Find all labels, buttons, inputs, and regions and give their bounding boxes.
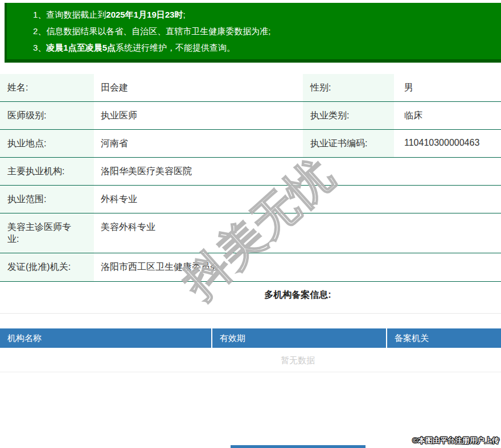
divider — [0, 313, 501, 314]
cert-number-label: 执业证书编码: — [303, 130, 394, 158]
category-label: 执业类别: — [303, 102, 394, 130]
scope-value: 外科专业 — [94, 186, 501, 213]
practitioner-info-table: 姓名: 田会建 性别: 男 医师级别: 执业医师 执业类别: 临床 执业地点: … — [0, 74, 501, 282]
table-row-location-cert: 执业地点: 河南省 执业证书编码: 110410300000463 — [0, 130, 501, 158]
category-value: 临床 — [394, 102, 501, 130]
upload-credit-text: ©本图由平台注册用户上传 — [412, 435, 499, 446]
filing-section-title: 多机构备案信息: — [0, 289, 501, 301]
location-value: 河南省 — [94, 130, 303, 158]
filing-empty-state: 暂无数据 — [0, 348, 501, 372]
notice-line-2-num: 2、 — [33, 26, 46, 36]
filing-table-header: 机构名称 有效期 备案机关 — [0, 328, 501, 348]
level-label: 医师级别: — [0, 102, 94, 130]
table-row-organization: 主要执业机构: 洛阳华美医疗美容医院 — [0, 158, 501, 186]
notice-line-2-pre: 信息数据结果以各省、自治区、直辖市卫生健康委数据为准; — [46, 26, 270, 36]
cosmetic-specialty-label: 美容主诊医师专业: — [0, 213, 94, 253]
notice-line-2: 2、信息数据结果以各省、自治区、直辖市卫生健康委数据为准; — [33, 23, 501, 39]
cert-number-value: 110410300000463 — [394, 130, 501, 158]
organization-value: 洛阳华美医疗美容医院 — [94, 158, 501, 186]
notice-line-3-post: 系统进行维护，不能提供查询。 — [116, 43, 235, 52]
notice-line-1-post: ; — [183, 10, 185, 19]
notice-banner: 1、查询数据截止到2025年1月19日23时; 2、信息数据结果以各省、自治区、… — [5, 3, 501, 63]
issuer-label: 发证(批准)机关: — [0, 253, 94, 282]
table-row-scope: 执业范围: 外科专业 — [0, 186, 501, 213]
close-window-button[interactable]: 〖关闭窗口〗 — [231, 445, 366, 448]
level-value: 执业医师 — [94, 102, 303, 130]
notice-line-3-bold: 凌晨1点至凌晨5点 — [46, 43, 116, 52]
notice-line-1-pre: 查询数据截止到 — [46, 10, 106, 19]
gender-value: 男 — [394, 74, 501, 102]
notice-line-1: 1、查询数据截止到2025年1月19日23时; — [33, 6, 501, 23]
table-row-cosmetic-specialty: 美容主诊医师专业: 美容外科专业 — [0, 213, 501, 253]
gender-label: 性别: — [303, 74, 394, 102]
issuer-value: 洛阳市西工区卫生健康委员会 — [94, 253, 501, 282]
table-row-level-category: 医师级别: 执业医师 执业类别: 临床 — [0, 102, 501, 130]
table-row-issuer: 发证(批准)机关: 洛阳市西工区卫生健康委员会 — [0, 253, 501, 282]
table-row-name-gender: 姓名: 田会建 性别: 男 — [0, 74, 501, 102]
filing-column-institution: 机构名称 — [0, 328, 212, 348]
filing-column-validity: 有效期 — [212, 328, 387, 348]
organization-label: 主要执业机构: — [0, 158, 94, 186]
cosmetic-specialty-value: 美容外科专业 — [94, 213, 501, 253]
notice-line-1-num: 1、 — [33, 10, 46, 19]
notice-line-3: 3、凌晨1点至凌晨5点系统进行维护，不能提供查询。 — [33, 39, 501, 56]
filing-column-authority: 备案机关 — [387, 328, 501, 348]
notice-line-1-bold: 2025年1月19日23时 — [106, 10, 183, 19]
name-label: 姓名: — [0, 74, 94, 102]
location-label: 执业地点: — [0, 130, 94, 158]
notice-line-3-num: 3、 — [33, 43, 46, 52]
name-value: 田会建 — [94, 74, 303, 102]
scope-label: 执业范围: — [0, 186, 94, 213]
page: 1、查询数据截止到2025年1月19日23时; 2、信息数据结果以各省、自治区、… — [0, 3, 501, 448]
